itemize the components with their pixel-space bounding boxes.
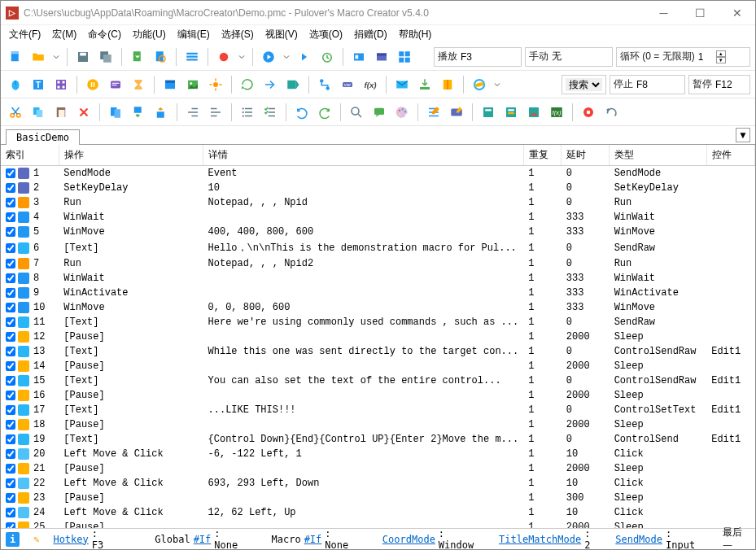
row-checkbox[interactable] — [6, 168, 15, 178]
table-row[interactable]: 9WinActivate1333WinActivate — [1, 286, 755, 300]
search-group[interactable]: 搜索. — [562, 75, 606, 94]
goto-icon[interactable] — [260, 75, 280, 94]
search-select[interactable]: 搜索. — [566, 78, 602, 91]
fx-code-icon[interactable]: f(x) — [547, 103, 566, 122]
row-checkbox[interactable] — [6, 303, 15, 312]
record-new-icon[interactable] — [579, 103, 598, 122]
copy-up-icon[interactable] — [151, 103, 171, 122]
table-row[interactable]: 3RunNotepad, , , Npid10Run — [1, 195, 755, 210]
indent-left-icon[interactable] — [183, 103, 203, 122]
keywait-icon[interactable] — [129, 75, 148, 94]
edit-macro-icon[interactable] — [424, 103, 444, 122]
run-icon[interactable] — [206, 75, 225, 94]
open-file-icon[interactable] — [28, 47, 48, 67]
pause-hotkey-input[interactable] — [715, 79, 746, 90]
row-checkbox[interactable] — [6, 347, 15, 356]
manual-hotkey-input[interactable] — [552, 51, 609, 63]
play-hotkey-group[interactable]: 播放 — [434, 47, 522, 67]
pause-hotkey-group[interactable]: 暂停 — [688, 75, 750, 94]
play-run-icon[interactable] — [601, 103, 621, 122]
text-icon[interactable]: T — [28, 75, 48, 94]
label-icon[interactable] — [283, 75, 303, 94]
function-icon[interactable]: f(x) — [361, 75, 380, 94]
undo-icon[interactable] — [292, 103, 312, 122]
loop-input[interactable] — [698, 51, 714, 63]
table-row[interactable]: 14[Pause]12000Sleep — [1, 359, 755, 373]
comment-icon[interactable] — [369, 103, 389, 122]
table-row[interactable]: 20Left Move & Click-6, -122 Left, 1110Cl… — [1, 447, 755, 461]
row-checkbox[interactable] — [6, 273, 15, 283]
image-icon[interactable] — [183, 75, 203, 94]
duplicate-icon[interactable] — [106, 103, 125, 122]
timer-icon[interactable] — [317, 47, 337, 67]
table-row[interactable]: 12[Pause]12000Sleep — [1, 330, 755, 344]
row-checkbox[interactable] — [6, 243, 15, 253]
column-header[interactable]: 索引 — [1, 145, 59, 166]
pause-icon[interactable] — [83, 75, 103, 94]
edit-icon[interactable]: ✎ — [29, 532, 43, 547]
row-checkbox[interactable] — [6, 317, 15, 327]
menu-h[interactable]: 帮助(H) — [394, 26, 437, 43]
download-icon[interactable] — [415, 75, 435, 94]
row-checkbox[interactable] — [6, 391, 15, 400]
row-checkbox[interactable] — [6, 405, 15, 415]
table-row[interactable]: 17[Text]...LIKE THIS!!!10ControlSetTextE… — [1, 403, 755, 417]
row-checkbox[interactable] — [6, 212, 15, 222]
column-header[interactable]: 操作 — [59, 145, 203, 166]
table-row[interactable]: 4WinWait1333WinWait — [1, 210, 755, 225]
table-row[interactable]: 24Left Move & Click12, 62 Left, Up110Cli… — [1, 505, 755, 520]
table-row[interactable]: 2SetKeyDelay1010SetKeyDelay — [1, 181, 755, 195]
column-header[interactable]: 重复 — [523, 145, 562, 166]
tab-dropdown-icon[interactable]: ▼ — [736, 128, 750, 142]
info-icon[interactable]: i — [6, 532, 20, 547]
status-sendmode-link[interactable]: SendMode — [615, 534, 662, 545]
row-checkbox[interactable] — [6, 332, 15, 342]
loop-down[interactable]: ▼ — [716, 57, 726, 63]
macro-list[interactable]: 索引操作详情重复延时类型控件 1SendModeEvent10SendMode2… — [1, 145, 755, 528]
group1-icon[interactable] — [479, 103, 498, 122]
menu-c[interactable]: 命令(C) — [83, 26, 126, 43]
copy-icon[interactable] — [28, 103, 48, 122]
if-icon[interactable] — [315, 75, 334, 94]
group2-icon[interactable] — [501, 103, 521, 122]
menu-o[interactable]: 选项(O) — [304, 26, 347, 43]
table-row[interactable]: 23[Pause]1300Sleep — [1, 491, 755, 505]
variable-icon[interactable]: var — [338, 75, 357, 94]
menu-d[interactable]: 捐赠(D) — [349, 26, 392, 43]
row-checkbox[interactable] — [6, 508, 15, 517]
menu-m[interactable]: 宏(M) — [47, 26, 81, 43]
close-button[interactable]: ✕ — [719, 1, 755, 25]
save-as-icon[interactable] — [96, 47, 116, 67]
row-checkbox[interactable] — [6, 288, 15, 298]
table-row[interactable]: 5WinMove400, 400, 800, 6001333WinMove — [1, 225, 755, 239]
table-row[interactable]: 19[Text]{Control Down}{End}{Control UP}{… — [1, 432, 755, 447]
column-header[interactable]: 控件 — [706, 145, 754, 166]
status-coordmode-link[interactable]: CoordMode — [382, 534, 435, 545]
row-checkbox[interactable] — [6, 420, 15, 430]
table-row[interactable]: 11[Text]Here we're using commonly used c… — [1, 315, 755, 330]
table-row[interactable]: 25[Pause]12000Sleep — [1, 520, 755, 528]
ie-icon[interactable] — [470, 75, 489, 94]
row-checkbox[interactable] — [6, 522, 15, 528]
options-icon[interactable] — [182, 47, 202, 67]
email-icon[interactable] — [392, 75, 412, 94]
status-global-if-link[interactable]: #If — [194, 534, 212, 545]
row-checkbox[interactable] — [6, 493, 15, 503]
row-checkbox[interactable] — [6, 449, 15, 459]
redo-icon[interactable] — [315, 103, 334, 122]
indent-right-icon[interactable] — [206, 103, 225, 122]
status-hotkey-link[interactable]: Hotkey — [53, 534, 88, 545]
table-row[interactable]: 16[Pause]12000Sleep — [1, 388, 755, 403]
status-titlematch-link[interactable]: TitleMatchMode — [499, 534, 581, 545]
column-header[interactable]: 延时 — [562, 145, 610, 166]
paste-icon[interactable] — [51, 103, 71, 122]
minimize-button[interactable]: ─ — [645, 1, 682, 25]
table-row[interactable]: 1SendModeEvent10SendMode — [1, 166, 755, 181]
table-row[interactable]: 6[Text]Hello，\n\nThis is the demonstrati… — [1, 239, 755, 256]
column-header[interactable]: 类型 — [610, 145, 707, 166]
play-hotkey-input[interactable] — [461, 51, 518, 63]
stop-hotkey-input[interactable] — [636, 79, 681, 90]
loop-group[interactable]: 循环 (0 = 无限期) ▲▼ — [616, 47, 750, 67]
delete-icon[interactable] — [74, 103, 94, 122]
row-checkbox[interactable] — [6, 361, 15, 371]
